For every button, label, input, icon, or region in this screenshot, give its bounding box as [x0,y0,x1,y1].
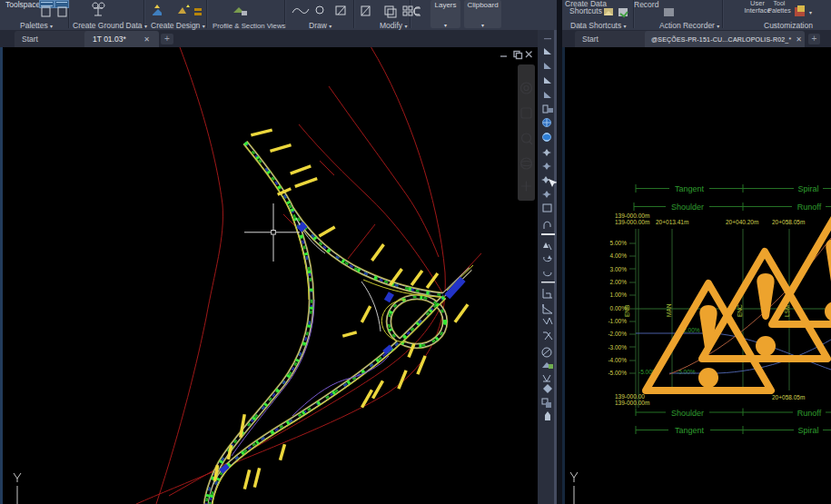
svg-text:-2.00%: -2.00% [608,331,627,337]
svg-text:-4.00%: -4.00% [608,357,627,363]
svg-text:Shoulder: Shoulder [671,203,704,212]
svg-text:Tangent: Tangent [675,426,705,435]
svg-text:139-000.00m: 139-000.00m [615,219,649,225]
svg-text:MAN: MAN [666,303,672,317]
svg-text:Runoff: Runoff [797,409,822,418]
svg-text:ENC: ENC [737,304,743,317]
svg-text:139-000.00m: 139-000.00m [615,212,649,219]
svg-text:Spiral: Spiral [797,184,818,193]
svg-text:Shoulder: Shoulder [671,409,704,418]
svg-text:Runoff: Runoff [797,203,822,212]
svg-text:2.00%: 2.00% [610,279,628,285]
svg-text:3.00%: 3.00% [610,266,628,272]
svg-text:-3.00%: -3.00% [608,344,627,351]
svg-text:-1.00%: -1.00% [608,318,627,324]
svg-text:20+040.20m: 20+040.20m [726,219,758,225]
svg-text:20+058.05m: 20+058.05m [772,219,805,225]
svg-text:4.00%: 4.00% [610,252,628,259]
svg-text:-5.00%: -5.00% [608,370,627,376]
svg-text:20+058.05m: 20+058.05m [772,394,805,400]
svg-text:5.00%: 5.00% [610,240,628,246]
svg-text:20+013.41m: 20+013.41m [656,219,688,225]
svg-text:1.00%: 1.00% [610,292,628,298]
svg-text:ENB: ENB [624,305,630,317]
svg-text:▾: ▾ [809,10,812,15]
svg-text:Tangent: Tangent [675,184,705,193]
svg-text:139-000.00m: 139-000.00m [615,400,649,406]
svg-text:139-000.00: 139-000.00 [615,393,645,400]
svg-text:Spiral: Spiral [797,426,818,435]
